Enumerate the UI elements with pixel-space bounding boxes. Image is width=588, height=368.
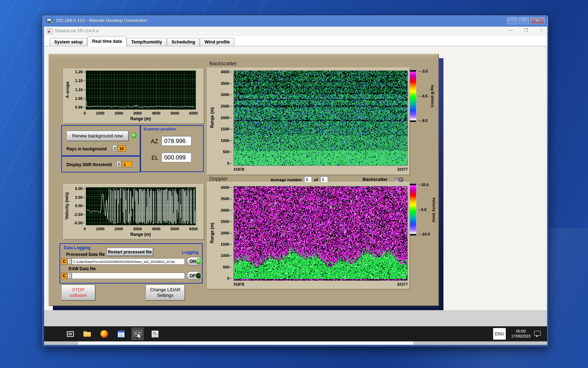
backscatter-y-ticks: 40003500300025002000150010005000 bbox=[216, 70, 232, 165]
average-number-field[interactable]: 1 bbox=[304, 176, 312, 182]
tab-system-setup[interactable]: System setup bbox=[50, 38, 87, 46]
rdp-app-icon bbox=[47, 18, 53, 23]
backscatter-heatmap bbox=[233, 70, 408, 166]
raw-logging-off-button[interactable]: OFF bbox=[187, 271, 202, 280]
rays-spinner[interactable] bbox=[112, 145, 117, 151]
content-bottom-strip bbox=[44, 310, 547, 326]
stop-line2: software bbox=[70, 293, 87, 298]
tick-label: 500 bbox=[223, 266, 232, 269]
clock-time: 00:00 bbox=[507, 329, 535, 334]
tick-label: 500 bbox=[223, 150, 232, 154]
doppler-heatmap-canvas bbox=[234, 186, 407, 280]
taskbar-icon-document-app[interactable] bbox=[115, 328, 127, 340]
tick-label: 6000 bbox=[189, 227, 198, 231]
taskbar-icon-sign-sched[interactable]: SignSched bbox=[149, 328, 161, 340]
close-button[interactable]: ✕ bbox=[530, 18, 545, 24]
tab-strip: System setupReal time dataTemp/humidityS… bbox=[50, 36, 235, 46]
main-panel: A-scope 1.201.151.101.050.99 01000200030… bbox=[48, 54, 439, 306]
remote-session: StreamLine XR v14-6.vi — ❐ ✕ System setu… bbox=[44, 27, 547, 345]
tick-label: 31878 bbox=[233, 167, 244, 171]
tick-label: 0 bbox=[84, 227, 86, 231]
notification-center-icon[interactable] bbox=[534, 331, 541, 336]
tick-label: 2500 bbox=[221, 105, 232, 108]
processed-path-browse-icon[interactable] bbox=[68, 259, 71, 264]
maximize-button[interactable]: ❐ bbox=[519, 18, 529, 24]
vi-minimize-button[interactable]: — bbox=[507, 28, 514, 33]
ascope-x-axis-label: Range (m) bbox=[86, 116, 195, 121]
rays-value-field[interactable]: 10 bbox=[118, 145, 126, 151]
backscatter-toggle-switch[interactable] bbox=[394, 178, 403, 182]
tick-label: 5000 bbox=[170, 227, 179, 231]
horizontal-scrollbar[interactable] bbox=[44, 341, 547, 345]
doppler-graph-group: Range (m) 400035003000250020001500100050… bbox=[207, 182, 410, 289]
backscatter-graph-group: Range (m) 400035003000250020001500100050… bbox=[207, 68, 410, 175]
average-of-field[interactable]: 1 bbox=[320, 176, 328, 182]
rdp-titlebar[interactable]: 192.168.0.122 - Remote Desktop Connectio… bbox=[42, 15, 548, 27]
tick-label: -5.5 bbox=[419, 95, 428, 98]
taskbar-clock[interactable]: 00:00 17/08/2023 bbox=[507, 329, 535, 339]
elevation-value: 000.099 bbox=[161, 152, 191, 162]
restart-processed-file-button[interactable]: Restart processed file bbox=[107, 248, 153, 256]
azimuth-label: AZ bbox=[151, 138, 158, 145]
stop-software-button[interactable]: STOP software bbox=[61, 285, 95, 300]
tick-label: 3500 bbox=[221, 82, 232, 85]
tab-real-time-data[interactable]: Real time data bbox=[88, 36, 126, 46]
tab-row: System setupReal time dataTemp/humidityS… bbox=[44, 36, 547, 46]
tick-label: 2000 bbox=[114, 111, 123, 115]
vi-close-button[interactable]: ✕ bbox=[538, 28, 545, 33]
velocity-plot bbox=[86, 187, 196, 225]
tick-label: 1000 bbox=[96, 227, 104, 231]
tick-label: 1000 bbox=[221, 254, 232, 257]
raw-path-browse-icon[interactable] bbox=[68, 273, 71, 279]
labview-vi-icon bbox=[47, 28, 52, 34]
processed-data-file-label: Processed Data file bbox=[66, 252, 105, 257]
rdp-title: 192.168.0.122 - Remote Desktop Connectio… bbox=[56, 18, 147, 23]
velocity-graph-group: Velocity (m/s) 5.002.500.00-2.50-5.00 01… bbox=[63, 184, 204, 239]
tick-label: 0.0 bbox=[419, 208, 426, 211]
tick-label: -8.0 bbox=[419, 119, 428, 122]
taskbar-icon-firefox[interactable] bbox=[98, 328, 110, 340]
velocity-x-ticks: 0100020003000400050006000 bbox=[84, 227, 198, 231]
tick-label: 4000 bbox=[152, 111, 160, 115]
logging-label: Logging bbox=[182, 250, 198, 255]
tick-label: 31878 bbox=[233, 282, 244, 286]
raw-drive-button[interactable]: C bbox=[61, 273, 67, 279]
vi-restore-button[interactable]: ❐ bbox=[523, 28, 530, 33]
backscatter-colorbar-label: log B (/m/sr) bbox=[430, 70, 435, 122]
tab-scheduling[interactable]: Scheduling bbox=[167, 38, 200, 46]
processed-logging-on-button[interactable]: ON bbox=[187, 257, 202, 266]
tick-label: 5000 bbox=[170, 111, 179, 115]
tab-temp-humidity[interactable]: Temp/humidity bbox=[127, 38, 167, 46]
taskbar-icon-file-explorer[interactable] bbox=[81, 328, 93, 340]
scrollbar-thumb[interactable] bbox=[78, 341, 413, 345]
vi-content: A-scope 1.201.151.101.050.99 01000200030… bbox=[44, 46, 547, 326]
ascope-x-ticks: 0100020003000400050006000 bbox=[84, 111, 198, 115]
off-led bbox=[196, 273, 201, 279]
snr-value-field[interactable]: 1 bbox=[122, 161, 132, 167]
raw-path-field[interactable] bbox=[72, 273, 185, 279]
change-lidar-settings-button[interactable]: Change LiDAR Settings bbox=[146, 285, 185, 300]
backscatter-title: Backscatter bbox=[209, 60, 237, 66]
snr-spinner[interactable] bbox=[117, 161, 121, 167]
vi-titlebar: StreamLine XR v14-6.vi — ❐ ✕ bbox=[44, 27, 547, 35]
taskbar: SignSched ENG 00:00 17/08/2023 bbox=[44, 326, 547, 341]
tick-label: 2.50 bbox=[75, 196, 85, 199]
data-logging-title: Data Logging bbox=[64, 245, 91, 250]
sign-sched-text2: Sched bbox=[153, 333, 158, 335]
doppler-colorbar bbox=[410, 183, 416, 236]
tick-label: -3.0 bbox=[419, 70, 428, 73]
language-indicator[interactable]: ENG bbox=[493, 328, 506, 340]
tick-label: 2000 bbox=[114, 227, 123, 231]
backscatter-colorbar bbox=[410, 70, 416, 122]
taskbar-icon-remote-desktop-active[interactable] bbox=[132, 328, 144, 340]
processed-drive-button[interactable]: C bbox=[61, 258, 67, 265]
backscatter-y-axis-label: Range (m) bbox=[209, 70, 215, 165]
minimize-button[interactable]: – bbox=[507, 18, 517, 24]
doppler-heatmap bbox=[233, 186, 408, 281]
processed-path-field[interactable]: C:\Lidar\Data\Proc\2023\202308\20230816\… bbox=[72, 258, 185, 265]
taskbar-icon-task-view[interactable] bbox=[64, 328, 76, 340]
tab-wind-profile[interactable]: Wind profile bbox=[200, 38, 234, 46]
tick-label: 3000 bbox=[133, 227, 142, 231]
tick-label: 3000 bbox=[133, 111, 142, 115]
renew-background-button[interactable]: Renew background now bbox=[66, 131, 128, 141]
